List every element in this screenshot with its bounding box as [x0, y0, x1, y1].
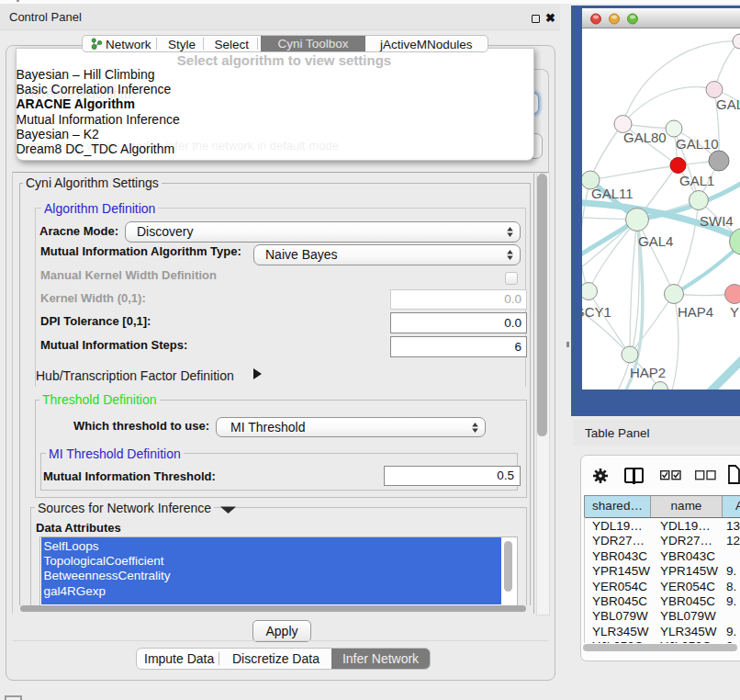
svg-text:SWI4: SWI4	[700, 213, 734, 229]
svg-text:GAL4: GAL4	[638, 233, 673, 249]
svg-text:GAL: GAL	[716, 96, 740, 112]
svg-text:GAL11: GAL11	[591, 186, 633, 201]
svg-text:GAL1: GAL1	[679, 173, 714, 188]
svg-text:GAL80: GAL80	[623, 130, 667, 145]
svg-text:Y: Y	[730, 304, 739, 320]
svg-text:HAP2: HAP2	[630, 365, 666, 380]
svg-text:GCY1: GCY1	[582, 304, 611, 320]
svg-text:GAL10: GAL10	[676, 136, 719, 152]
svg-text:HAP4: HAP4	[678, 304, 713, 320]
